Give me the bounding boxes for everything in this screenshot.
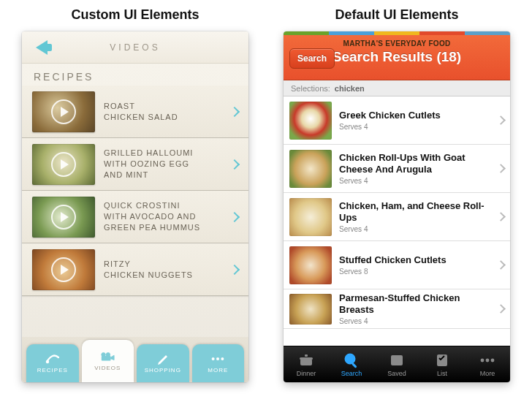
recipe-list: ROASTCHICKEN SALAD GRILLED HALLOUMIWITH … — [22, 86, 248, 337]
result-thumb — [289, 198, 332, 236]
tab-label: VIDEOS — [94, 365, 121, 371]
chevron-right-icon — [496, 164, 506, 173]
chevron-right-icon — [496, 304, 506, 314]
recipe-thumb — [32, 144, 95, 185]
result-name: Greek Chicken Cutlets — [339, 110, 490, 121]
search-button[interactable]: Search — [289, 48, 335, 69]
tab-label: Saved — [387, 370, 406, 377]
svg-point-16 — [481, 358, 484, 362]
result-serves: Serves 4 — [339, 317, 490, 325]
result-name: Stuffed Chicken Cutlets — [339, 254, 490, 266]
right-column-title: Default UI Elements — [335, 7, 458, 23]
recipe-title: RITZYCHICKEN NUGGETS — [104, 259, 222, 281]
svg-rect-7 — [300, 359, 312, 365]
recipe-title: GRILLED HALLOUMIWITH OOZING EGGAND MINT — [104, 148, 222, 181]
svg-point-5 — [216, 357, 219, 360]
tab-more[interactable]: MORE — [192, 344, 245, 382]
selections-value: chicken — [335, 84, 365, 93]
tab-label: RECIPES — [37, 367, 68, 373]
chevron-right-icon — [496, 260, 506, 270]
pot-icon — [297, 352, 315, 368]
tab-shopping[interactable]: SHOPPING — [137, 344, 189, 382]
spoon-icon — [45, 353, 60, 365]
play-icon — [51, 205, 76, 230]
video-camera-icon — [100, 351, 115, 363]
right-column: Default UI Elements Search MARTHA'S EVER… — [276, 7, 517, 402]
recipe-row[interactable]: QUICK CROSTINIWITH AVOCADO ANDGREEN PEA … — [22, 191, 248, 243]
tab-label: SHOPPING — [145, 367, 181, 373]
recipe-thumb — [32, 91, 95, 132]
svg-point-0 — [46, 360, 49, 363]
more-dots-icon — [210, 353, 225, 365]
selections-bar: Selections: chicken — [284, 80, 510, 96]
back-arrow-icon — [36, 40, 48, 55]
left-header: VIDEOS — [22, 31, 248, 64]
more-dots-icon — [479, 352, 496, 368]
result-text: Parmesan-Stuffed Chicken Breasts Serves … — [339, 292, 490, 325]
result-serves: Serves 4 — [339, 177, 490, 185]
svg-point-4 — [212, 357, 215, 360]
tab-videos[interactable]: VIDEOS — [82, 340, 134, 382]
selections-label: Selections: — [291, 84, 330, 93]
tab-search[interactable]: Search — [329, 346, 374, 382]
tab-saved[interactable]: Saved — [374, 346, 419, 382]
play-icon — [51, 152, 76, 177]
recipes-section-label: RECIPES — [22, 64, 248, 86]
svg-rect-3 — [102, 356, 111, 360]
result-row[interactable]: Chicken Roll-Ups With Goat Cheese And Ar… — [284, 145, 510, 193]
tab-more[interactable]: More — [465, 346, 510, 382]
chevron-right-icon — [496, 115, 506, 125]
svg-rect-14 — [394, 360, 400, 361]
result-serves: Serves 4 — [339, 123, 490, 131]
left-column-title: Custom UI Elements — [71, 7, 199, 23]
tab-label: MORE — [208, 367, 228, 373]
result-thumb — [289, 150, 332, 188]
svg-rect-9 — [305, 354, 308, 357]
recipe-row[interactable]: GRILLED HALLOUMIWITH OOZING EGGAND MINT — [22, 138, 248, 191]
result-text: Stuffed Chicken Cutlets Serves 8 — [339, 254, 490, 276]
left-column: Custom UI Elements VIDEOS RECIPES ROASTC… — [15, 7, 256, 402]
search-icon — [343, 352, 360, 368]
result-text: Chicken Roll-Ups With Goat Cheese And Ar… — [339, 152, 490, 184]
result-list: Greek Chicken Cutlets Serves 4 Chicken R… — [284, 96, 510, 346]
tab-list[interactable]: List — [419, 346, 465, 382]
search-button-label: Search — [297, 53, 327, 64]
back-button[interactable] — [29, 37, 54, 58]
recipe-thumb — [32, 249, 95, 290]
default-ui-phone: Search MARTHA'S EVERYDAY FOOD Search Res… — [284, 31, 510, 382]
ios-tab-bar: Dinner Search Saved List More — [284, 346, 510, 382]
svg-rect-8 — [300, 357, 313, 360]
recipe-row[interactable]: RITZYCHICKEN NUGGETS — [22, 243, 248, 296]
pencil-icon — [156, 353, 170, 365]
app-name: MARTHA'S EVERYDAY FOOD — [284, 39, 510, 48]
recipe-title: QUICK CROSTINIWITH AVOCADO ANDGREEN PEA … — [104, 200, 222, 233]
tab-label: More — [480, 370, 495, 377]
svg-point-6 — [221, 357, 224, 360]
tab-label: Dinner — [297, 370, 316, 377]
right-header: Search MARTHA'S EVERYDAY FOOD Search Res… — [284, 35, 510, 80]
chevron-right-icon — [229, 159, 240, 169]
result-serves: Serves 4 — [339, 225, 490, 233]
saved-icon — [388, 352, 406, 368]
result-name: Parmesan-Stuffed Chicken Breasts — [339, 292, 490, 315]
chevron-right-icon — [229, 106, 240, 116]
result-row[interactable]: Chicken, Ham, and Cheese Roll-Ups Serves… — [284, 193, 510, 241]
tab-dinner[interactable]: Dinner — [284, 346, 329, 382]
play-icon — [51, 257, 76, 282]
result-name: Chicken Roll-Ups With Goat Cheese And Ar… — [339, 152, 490, 175]
list-icon — [433, 352, 451, 368]
result-row[interactable]: Greek Chicken Cutlets Serves 4 — [284, 96, 510, 145]
left-tab-bar: RECIPES VIDEOS SHOPPING MORE — [22, 337, 248, 382]
svg-rect-15 — [437, 354, 447, 366]
recipe-thumb — [32, 197, 95, 238]
recipe-row[interactable]: ROASTCHICKEN SALAD — [22, 86, 248, 138]
result-thumb — [289, 246, 332, 284]
svg-point-17 — [486, 358, 490, 362]
result-text: Greek Chicken Cutlets Serves 4 — [339, 110, 490, 131]
result-thumb — [289, 102, 332, 140]
result-row[interactable]: Stuffed Chicken Cutlets Serves 8 — [284, 241, 510, 289]
tab-recipes[interactable]: RECIPES — [26, 344, 79, 382]
result-row[interactable]: Parmesan-Stuffed Chicken Breasts Serves … — [284, 289, 510, 329]
result-thumb — [289, 294, 332, 325]
svg-point-18 — [491, 358, 495, 362]
